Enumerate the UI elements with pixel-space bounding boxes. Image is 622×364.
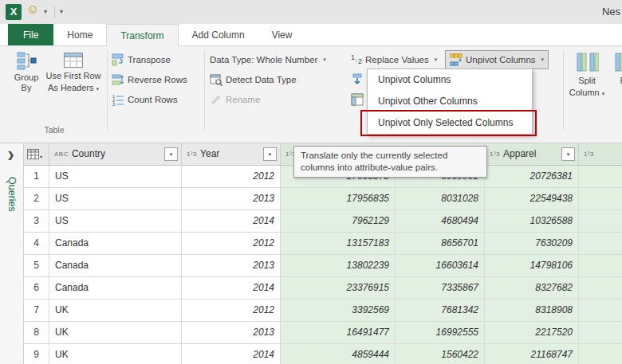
menu-item-unpivot-other-columns[interactable]: Unpivot Other Columns: [368, 91, 532, 112]
cell-value[interactable]: 7962129: [281, 210, 396, 233]
expand-pane-icon[interactable]: ❯: [7, 150, 14, 160]
cell-empty[interactable]: [579, 210, 622, 233]
fill-button[interactable]: [351, 70, 364, 88]
cell-value[interactable]: 13802239: [281, 255, 396, 277]
smiley-feedback-icon[interactable]: ☺: [26, 2, 39, 17]
group-by-button[interactable]: Group By: [10, 50, 43, 93]
replace-values-button[interactable]: 1↓2 Replace Values ▾: [351, 50, 437, 68]
cell-country[interactable]: UK: [49, 344, 182, 364]
cell-year[interactable]: 2013: [182, 322, 281, 344]
format-button[interactable]: Fo: [609, 50, 622, 86]
column-header-partial[interactable]: 1²3: [579, 143, 622, 166]
cell-value[interactable]: 21168747: [485, 344, 579, 364]
row-number-cell[interactable]: 1: [24, 166, 49, 188]
cell-country[interactable]: Canada: [49, 277, 182, 299]
cell-value[interactable]: 8031028: [396, 188, 485, 210]
quick-access-toolbar-caret-icon[interactable]: ▾: [60, 8, 63, 15]
count-rows-button[interactable]: 1 2 3 Count Rows: [112, 90, 178, 108]
column-type-number-icon: 1²3: [584, 143, 594, 165]
cell-value[interactable]: 8318908: [485, 299, 579, 322]
cell-year[interactable]: 2014: [182, 210, 281, 233]
tab-home[interactable]: Home: [53, 24, 106, 45]
filter-button[interactable]: ▾: [561, 147, 575, 161]
cell-empty[interactable]: [579, 277, 622, 299]
tab-file[interactable]: File: [8, 24, 53, 45]
cell-country[interactable]: Canada: [49, 233, 182, 255]
grid-corner-cell[interactable]: ▾: [24, 143, 49, 166]
row-number-cell[interactable]: 3: [24, 210, 49, 233]
cell-year[interactable]: 2012: [182, 299, 281, 322]
menu-item-unpivot-only-selected-columns[interactable]: Unpivot Only Selected Columns: [368, 112, 532, 134]
tab-view[interactable]: View: [258, 24, 306, 45]
cell-country[interactable]: US: [49, 166, 182, 188]
column-header-apparel[interactable]: 1²3 Apparel ▾: [485, 143, 579, 166]
cell-value[interactable]: 16992555: [396, 322, 485, 344]
column-header-country[interactable]: ABC Country ▾: [49, 143, 182, 166]
cell-value[interactable]: 7681342: [396, 299, 485, 322]
cell-empty[interactable]: [579, 166, 622, 188]
split-column-button[interactable]: Split Column▾: [568, 50, 606, 99]
filter-button[interactable]: ▾: [164, 147, 178, 161]
cell-value[interactable]: 23376915: [281, 277, 396, 299]
data-type-button[interactable]: Data Type: Whole Number ▾: [210, 50, 326, 68]
reverse-rows-button[interactable]: Reverse Rows: [112, 70, 187, 88]
cell-empty[interactable]: [579, 188, 622, 210]
cell-empty[interactable]: [579, 344, 622, 364]
cell-empty[interactable]: [579, 255, 622, 277]
cell-year[interactable]: 2013: [182, 188, 281, 210]
cell-value[interactable]: 17956835: [281, 188, 396, 210]
cell-year[interactable]: 2012: [182, 233, 281, 255]
cell-value[interactable]: 3392569: [281, 299, 396, 322]
tab-add-column[interactable]: Add Column: [179, 24, 258, 45]
menu-item-unpivot-columns[interactable]: Unpivot Columns: [368, 69, 532, 91]
tooltip: Translate only the currently selected co…: [293, 146, 487, 178]
cell-country[interactable]: US: [49, 188, 182, 210]
cell-value[interactable]: 16603614: [396, 255, 485, 277]
cell-empty[interactable]: [579, 299, 622, 322]
cell-year[interactable]: 2014: [182, 344, 281, 364]
cell-year[interactable]: 2013: [182, 255, 281, 277]
cell-country[interactable]: Canada: [49, 255, 182, 277]
filter-button[interactable]: ▾: [263, 147, 277, 161]
cell-value[interactable]: 13157183: [281, 233, 396, 255]
row-number-cell[interactable]: 4: [24, 233, 49, 255]
cell-value[interactable]: 8327682: [485, 277, 579, 299]
tab-transform[interactable]: Transform: [106, 24, 178, 46]
row-number-cell[interactable]: 5: [24, 255, 49, 277]
transpose-button[interactable]: Transpose: [112, 50, 171, 68]
cell-value[interactable]: 8656701: [396, 233, 485, 255]
cell-country[interactable]: UK: [49, 299, 182, 322]
cell-value[interactable]: 1560422: [396, 344, 485, 364]
queries-pane-label[interactable]: Queries: [6, 177, 18, 212]
cell-value[interactable]: 16491477: [281, 322, 396, 344]
cell-country[interactable]: US: [49, 210, 182, 233]
cell-value[interactable]: 2217520: [485, 322, 579, 344]
detect-data-type-button[interactable]: Detect Data Type: [210, 70, 297, 88]
row-number-cell[interactable]: 9: [24, 344, 49, 364]
cell-empty[interactable]: [579, 233, 622, 255]
cell-value[interactable]: 10326588: [485, 210, 579, 233]
cell-empty[interactable]: [579, 322, 622, 344]
cell-value[interactable]: 7630209: [485, 233, 579, 255]
cell-value[interactable]: 4680494: [396, 210, 485, 233]
cell-value[interactable]: 4859444: [281, 344, 396, 364]
cell-country[interactable]: UK: [49, 322, 182, 344]
row-number-cell[interactable]: 8: [24, 322, 49, 344]
cell-value[interactable]: 7335867: [396, 277, 485, 299]
row-number-cell[interactable]: 6: [24, 277, 49, 299]
cell-year[interactable]: 2014: [182, 277, 281, 299]
excel-app-icon[interactable]: X: [6, 4, 22, 20]
unpivot-columns-button[interactable]: Unpivot Columns ▾: [445, 50, 549, 69]
replace-values-label: Replace Values: [365, 55, 429, 65]
row-number-cell[interactable]: 2: [24, 188, 49, 210]
use-first-row-button[interactable]: Use First Row As Headers▾: [45, 50, 102, 94]
column-header-year[interactable]: 1²3 Year ▾: [182, 143, 281, 166]
cell-value[interactable]: 20726381: [485, 166, 579, 188]
pivot-column-button[interactable]: [351, 90, 364, 108]
chevron-down-icon: ▾: [96, 86, 99, 92]
cell-year[interactable]: 2012: [182, 166, 281, 188]
row-number-cell[interactable]: 7: [24, 299, 49, 322]
cell-value[interactable]: 22549438: [485, 188, 579, 210]
chevron-down-icon[interactable]: ▾: [44, 8, 47, 15]
cell-value[interactable]: 14798106: [485, 255, 579, 277]
